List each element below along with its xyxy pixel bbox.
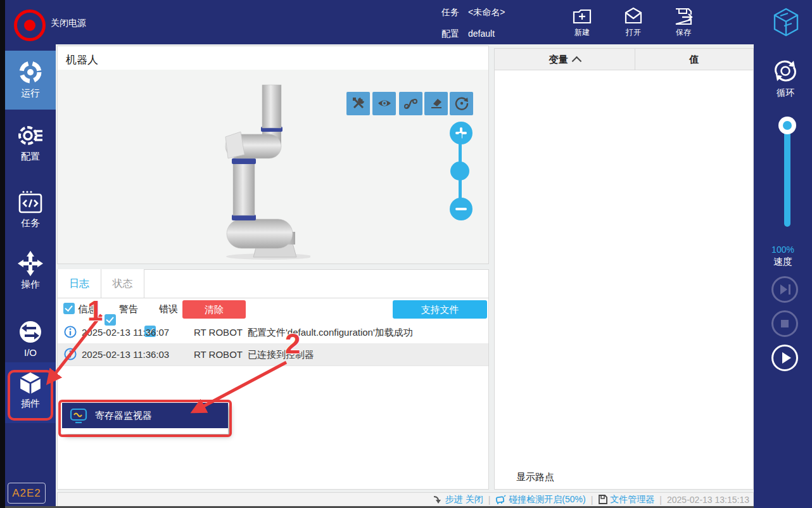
zoom-slider-knob[interactable] (450, 162, 469, 181)
gear-icon (17, 123, 44, 148)
play-button[interactable] (771, 345, 798, 371)
save-icon (673, 6, 694, 27)
io-arrows-icon (18, 319, 43, 345)
sidebar-item-label: I/O (5, 347, 56, 358)
tab-log[interactable]: 日志 (58, 269, 101, 298)
power-button[interactable] (14, 10, 46, 41)
speed-slider-track[interactable] (784, 125, 790, 227)
sidebar-item-io[interactable]: I/O (5, 310, 56, 364)
step-mode-icon (433, 495, 443, 504)
config-row: 配置default (441, 29, 495, 40)
stop-button[interactable] (771, 310, 798, 337)
save-task-label: 保存 (663, 27, 704, 38)
speed-value: 100% (754, 244, 812, 255)
plugin-cube-icon (18, 371, 42, 395)
loop-label: 循环 (768, 87, 803, 99)
rotate-view-icon (455, 96, 469, 110)
log-source: RT ROBOT (194, 349, 243, 360)
log-message: 配置文件'default.configuration'加载成功 (248, 327, 413, 339)
tab-underline (58, 298, 488, 298)
waypoint-path-icon (404, 96, 418, 110)
zoom-out-button[interactable] (450, 198, 473, 220)
log-entry: 2025-02-13 11:36:03 RT ROBOT 已连接到控制器 (58, 343, 488, 365)
log-entry: 2025-02-13 11:36:07 RT ROBOT 配置文件'defaul… (58, 321, 488, 343)
filter-warning-label: 警告 (119, 303, 138, 315)
sidebar-item-operate[interactable]: 操作 (5, 242, 56, 302)
stop-icon (781, 320, 789, 327)
file-manager-button[interactable]: 文件管理器 (598, 494, 654, 505)
run-icon (18, 60, 43, 85)
viewport-erase-button[interactable] (424, 92, 448, 115)
open-task-button[interactable]: 打开 (613, 5, 654, 41)
brand-logo-icon (771, 7, 801, 40)
new-file-icon (572, 6, 592, 27)
loop-icon (771, 57, 800, 85)
robot-arm-model (209, 75, 310, 260)
sidebar-item-task[interactable]: 任务 (5, 181, 56, 240)
viewport-reset-view-button[interactable] (450, 92, 473, 115)
speed-slider-knob[interactable] (778, 117, 796, 134)
show-waypoints-label: 显示路点 (516, 471, 554, 483)
sidebar-item-label: 配置 (5, 151, 56, 163)
menu-item-label: 寄存器监视器 (95, 410, 152, 422)
save-task-button[interactable]: 保存 (663, 5, 704, 41)
move-arrows-icon (18, 251, 43, 276)
open-file-icon (623, 6, 644, 27)
info-icon (64, 348, 77, 360)
power-button-label: 关闭电源 (51, 18, 86, 29)
left-edge (0, 0, 5, 508)
sidebar-item-plugin[interactable]: 插件 (5, 362, 56, 423)
app-window: 关闭电源 任务<未命名> 配置default 新建 打开 (0, 0, 812, 508)
code-window-icon (18, 189, 43, 215)
sidebar-item-label: 运行 (5, 87, 56, 99)
config-value: default (468, 29, 495, 39)
sidebar-item-label: 任务 (5, 217, 56, 229)
plugin-popup-menu: 寄存器监视器 (62, 403, 228, 434)
step-button[interactable] (771, 276, 798, 303)
viewport-visibility-button[interactable] (372, 92, 396, 115)
log-source: RT ROBOT (194, 327, 243, 338)
sidebar-item-config[interactable]: 配置 (5, 114, 56, 174)
column-header-value[interactable]: 值 (635, 48, 754, 70)
log-time: 2025-02-13 11:36:07 (82, 327, 169, 338)
sidebar-item-run[interactable]: 运行 (5, 51, 56, 110)
column-header-variable[interactable]: 变量 (494, 48, 635, 70)
minus-icon (455, 208, 467, 210)
log-time: 2025-02-13 11:36:03 (82, 349, 169, 360)
tab-status[interactable]: 状态 (101, 269, 144, 298)
task-label: 任务 (441, 7, 459, 17)
tools-icon (352, 96, 365, 110)
task-value: <未命名> (468, 7, 505, 17)
filter-info-label: 信息 (78, 303, 97, 315)
eye-icon (377, 96, 391, 110)
status-bar: 步进 关闭 | 碰撞检测开启(50%) | 文件管理器 | 2025-02-13… (57, 492, 754, 507)
log-message: 已连接到控制器 (248, 349, 314, 361)
play-icon (782, 352, 791, 364)
new-task-label: 新建 (562, 27, 602, 38)
info-icon (64, 326, 77, 338)
viewport-tools-button[interactable] (346, 92, 370, 115)
support-files-button[interactable]: 支持文件 (393, 300, 487, 319)
new-task-button[interactable]: 新建 (562, 5, 602, 41)
file-manager-icon (598, 495, 607, 504)
sidebar-item-label: 操作 (5, 279, 56, 291)
config-label: 配置 (441, 29, 459, 39)
filter-error-label: 错误 (159, 303, 178, 315)
version-badge[interactable]: A2E2 (8, 483, 46, 504)
robot-panel-title: 机器人 (66, 53, 98, 67)
status-datetime: 2025-02-13 13:15:13 (667, 495, 749, 505)
step-mode-toggle[interactable]: 步进 关闭 (433, 494, 483, 505)
register-monitor-icon (70, 408, 87, 424)
power-icon (24, 20, 35, 31)
filter-info-checkbox[interactable] (63, 303, 75, 314)
clear-log-button[interactable]: 清除 (182, 300, 246, 319)
step-forward-icon (780, 284, 787, 295)
viewport-path-button[interactable] (399, 92, 422, 115)
loop-button[interactable]: 循环 (768, 57, 803, 96)
eraser-icon (429, 96, 443, 110)
sidebar-item-label: 插件 (5, 398, 56, 410)
top-bar: 关闭电源 任务<未命名> 配置default 新建 打开 (0, 0, 812, 44)
collision-detection-toggle[interactable]: 碰撞检测开启(50%) (495, 494, 585, 505)
open-task-label: 打开 (613, 27, 654, 38)
menu-item-register-monitor[interactable]: 寄存器监视器 (62, 403, 228, 428)
